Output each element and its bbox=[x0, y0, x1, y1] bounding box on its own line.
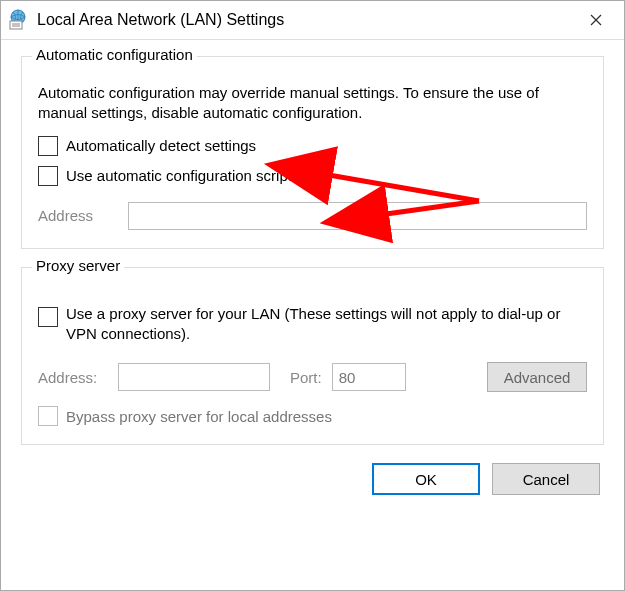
bypass-checkbox bbox=[38, 406, 58, 426]
auto-script-checkbox[interactable] bbox=[38, 166, 58, 186]
auto-detect-checkbox[interactable] bbox=[38, 136, 58, 156]
dialog-button-row: OK Cancel bbox=[21, 463, 604, 495]
group-proxy-server: Proxy server Use a proxy server for your… bbox=[21, 267, 604, 446]
ok-label: OK bbox=[415, 471, 437, 488]
auto-address-input bbox=[128, 202, 587, 230]
window-title: Local Area Network (LAN) Settings bbox=[37, 11, 284, 29]
group-automatic-configuration: Automatic configuration Automatic config… bbox=[21, 56, 604, 249]
advanced-button: Advanced bbox=[487, 362, 587, 392]
auto-address-label: Address bbox=[38, 207, 128, 224]
group-auto-legend: Automatic configuration bbox=[32, 46, 197, 63]
auto-detect-row[interactable]: Automatically detect settings bbox=[38, 136, 587, 156]
proxy-port-label: Port: bbox=[290, 369, 322, 386]
ok-button[interactable]: OK bbox=[372, 463, 480, 495]
bypass-row: Bypass proxy server for local addresses bbox=[38, 406, 587, 426]
auto-address-row: Address bbox=[38, 202, 587, 230]
dialog-body: Automatic configuration Automatic config… bbox=[1, 40, 624, 509]
auto-config-description: Automatic configuration may override man… bbox=[38, 83, 587, 124]
cancel-label: Cancel bbox=[523, 471, 570, 488]
auto-detect-label: Automatically detect settings bbox=[66, 137, 256, 154]
use-proxy-row[interactable]: Use a proxy server for your LAN (These s… bbox=[38, 304, 587, 345]
titlebar: Local Area Network (LAN) Settings bbox=[1, 1, 624, 40]
use-proxy-label: Use a proxy server for your LAN (These s… bbox=[66, 304, 587, 345]
auto-script-row[interactable]: Use automatic configuration script bbox=[38, 166, 587, 186]
close-icon bbox=[590, 14, 602, 26]
close-button[interactable] bbox=[576, 5, 616, 35]
proxy-fields-row: Address: Port: 80 Advanced bbox=[38, 362, 587, 392]
internet-options-icon bbox=[7, 9, 29, 31]
auto-script-label: Use automatic configuration script bbox=[66, 167, 292, 184]
proxy-port-input: 80 bbox=[332, 363, 406, 391]
svg-rect-1 bbox=[10, 21, 22, 29]
group-proxy-legend: Proxy server bbox=[32, 257, 124, 274]
cancel-button[interactable]: Cancel bbox=[492, 463, 600, 495]
proxy-port-value: 80 bbox=[339, 369, 356, 386]
proxy-address-label: Address: bbox=[38, 369, 108, 386]
bypass-label: Bypass proxy server for local addresses bbox=[66, 408, 332, 425]
proxy-address-input bbox=[118, 363, 270, 391]
use-proxy-checkbox[interactable] bbox=[38, 307, 58, 327]
advanced-label: Advanced bbox=[504, 369, 571, 386]
